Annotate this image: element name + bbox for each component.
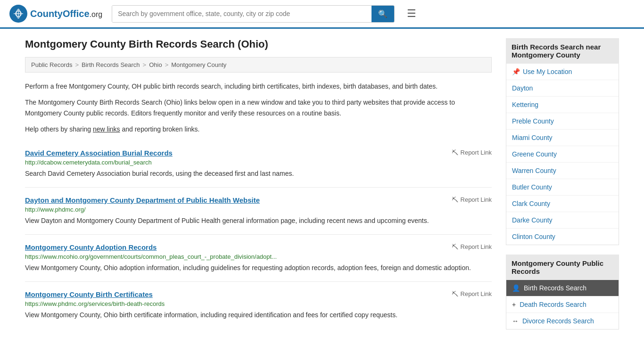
record-entry: Montgomery County Birth Certificates ⛏ R… xyxy=(25,282,492,329)
record-title-0[interactable]: David Cemetery Association Burial Record… xyxy=(25,149,173,157)
nearby-header: Birth Records Search near Montgomery Cou… xyxy=(506,38,619,64)
nearby-link-0[interactable]: Dayton xyxy=(512,84,533,92)
nearby-link-item: Preble County xyxy=(506,113,619,130)
report-icon-1: ⛏ xyxy=(452,196,458,204)
record-url-0: http://dcabow.cemeterydata.com/burial_se… xyxy=(25,159,492,166)
search-input[interactable] xyxy=(112,6,372,22)
page-title: Montgomery County Birth Records Search (… xyxy=(25,38,492,50)
report-link-1[interactable]: ⛏ Report Link xyxy=(452,196,492,204)
nearby-link-1[interactable]: Kettering xyxy=(512,101,538,108)
nearby-list: 📌 Use My Location DaytonKetteringPreble … xyxy=(506,64,619,245)
record-title-1[interactable]: Dayton and Montgomery County Department … xyxy=(25,196,260,204)
breadcrumb: Public Records > Birth Records Search > … xyxy=(25,57,492,73)
search-bar: 🔍 xyxy=(112,5,395,23)
record-desc-1: View Dayton and Montgomery County Depart… xyxy=(25,216,492,226)
main-container: Montgomery County Birth Records Search (… xyxy=(16,29,628,348)
breadcrumb-sep-2: > xyxy=(143,61,147,68)
breadcrumb-birth-records[interactable]: Birth Records Search xyxy=(82,61,140,68)
public-records-section: Montgomery County Public Records 👤Birth … xyxy=(506,255,619,329)
breadcrumb-sep-1: > xyxy=(75,61,79,68)
nearby-link-5[interactable]: Warren County xyxy=(512,167,556,174)
nearby-link-9[interactable]: Clinton County xyxy=(512,233,555,240)
use-my-location-item[interactable]: 📌 Use My Location xyxy=(506,64,619,80)
record-title-2[interactable]: Montgomery County Adoption Records xyxy=(25,243,157,251)
nearby-link-item: Dayton xyxy=(506,80,619,97)
report-link-3[interactable]: ⛏ Report Link xyxy=(452,290,492,298)
nearby-link-item: Butler County xyxy=(506,179,619,196)
nearby-link-4[interactable]: Greene County xyxy=(512,150,557,158)
sidebar: Birth Records Search near Montgomery Cou… xyxy=(506,38,619,339)
record-url-2: https://www.mcohio.org/government/courts… xyxy=(25,253,492,260)
nearby-link-item: Darke County xyxy=(506,212,619,229)
nearby-link-6[interactable]: Butler County xyxy=(512,183,552,191)
record-desc-0: Search David Cemetery Association burial… xyxy=(25,169,492,179)
record-url-3: https://www.phdmc.org/services/birth-dea… xyxy=(25,300,492,307)
new-links-link[interactable]: new links xyxy=(93,125,120,133)
location-icon: 📌 xyxy=(512,68,520,75)
report-icon-0: ⛏ xyxy=(452,149,458,156)
breadcrumb-ohio[interactable]: Ohio xyxy=(149,61,162,68)
nearby-link-item: Clinton County xyxy=(506,229,619,245)
pub-item-icon-2: ↔ xyxy=(512,317,519,325)
search-button[interactable]: 🔍 xyxy=(372,6,394,22)
record-url-1: http://www.phdmc.org/ xyxy=(25,206,492,213)
nearby-link-item: Clark County xyxy=(506,196,619,212)
intro-paragraph-3: Help others by sharing new links and rep… xyxy=(25,124,492,134)
logo[interactable]: CountyOffice.org xyxy=(9,5,102,23)
pub-records-link-1[interactable]: Death Records Search xyxy=(520,301,586,308)
report-link-0[interactable]: ⛏ Report Link xyxy=(452,149,492,156)
site-header: CountyOffice.org 🔍 ☰ xyxy=(0,0,644,29)
intro-paragraph-1: Perform a free Montgomery County, OH pub… xyxy=(25,81,492,91)
pub-item-icon-1: + xyxy=(512,301,516,308)
logo-icon xyxy=(9,5,27,23)
nearby-link-8[interactable]: Darke County xyxy=(512,216,553,224)
nearby-links: DaytonKetteringPreble CountyMiami County… xyxy=(506,80,619,245)
record-title-3[interactable]: Montgomery County Birth Certificates xyxy=(25,290,153,298)
record-desc-3: View Montgomery County, Ohio birth certi… xyxy=(25,310,492,320)
intro-paragraph-2: The Montgomery County Birth Records Sear… xyxy=(25,97,492,118)
report-icon-3: ⛏ xyxy=(452,290,458,298)
breadcrumb-public-records[interactable]: Public Records xyxy=(31,61,72,68)
record-entry: David Cemetery Association Burial Record… xyxy=(25,140,492,188)
nearby-link-item: Kettering xyxy=(506,97,619,113)
pub-item-icon-0: 👤 xyxy=(512,284,520,292)
hamburger-icon: ☰ xyxy=(407,8,416,19)
pub-records-item-2[interactable]: ↔Divorce Records Search xyxy=(506,313,619,329)
use-my-location-link[interactable]: Use My Location xyxy=(523,68,572,75)
menu-button[interactable]: ☰ xyxy=(404,5,419,23)
breadcrumb-montgomery[interactable]: Montgomery County xyxy=(171,61,226,68)
breadcrumb-sep-3: > xyxy=(165,61,169,68)
nearby-link-3[interactable]: Miami County xyxy=(512,134,553,141)
report-link-2[interactable]: ⛏ Report Link xyxy=(452,243,492,251)
public-records-header: Montgomery County Public Records xyxy=(506,255,619,280)
record-entry: Montgomery County Adoption Records ⛏ Rep… xyxy=(25,235,492,282)
nearby-link-item: Miami County xyxy=(506,130,619,146)
content-area: Montgomery County Birth Records Search (… xyxy=(25,38,492,339)
nearby-link-7[interactable]: Clark County xyxy=(512,200,550,207)
public-records-list: 👤Birth Records Search+Death Records Sear… xyxy=(506,280,619,329)
record-desc-2: View Montgomery County, Ohio adoption in… xyxy=(25,263,492,273)
record-entry: Dayton and Montgomery County Department … xyxy=(25,188,492,235)
search-icon: 🔍 xyxy=(378,10,388,18)
logo-text: CountyOffice.org xyxy=(30,8,102,19)
pub-records-link-2[interactable]: Divorce Records Search xyxy=(522,317,594,325)
nearby-link-item: Warren County xyxy=(506,163,619,179)
nearby-section: Birth Records Search near Montgomery Cou… xyxy=(506,38,619,245)
pub-records-item-1[interactable]: +Death Records Search xyxy=(506,296,619,313)
nearby-link-item: Greene County xyxy=(506,146,619,163)
pub-records-item-0[interactable]: 👤Birth Records Search xyxy=(506,280,619,296)
nearby-link-2[interactable]: Preble County xyxy=(512,117,554,125)
report-icon-2: ⛏ xyxy=(452,243,458,251)
records-list: David Cemetery Association Burial Record… xyxy=(25,140,492,329)
